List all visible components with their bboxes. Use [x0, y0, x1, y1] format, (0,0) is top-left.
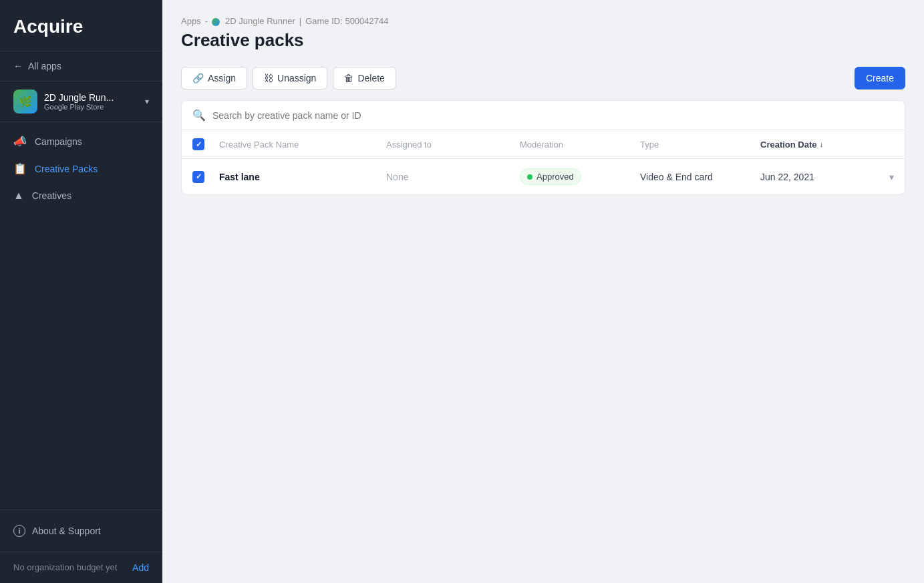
app-selector[interactable]: 🌿 2D Jungle Run... Google Play Store ▾	[0, 81, 162, 122]
header-name: Creative Pack Name	[219, 140, 386, 150]
org-budget-text: No organization budget yet	[13, 562, 117, 574]
approved-label: Approved	[536, 172, 574, 182]
row-assigned-to: None	[386, 172, 520, 182]
header-checkbox[interactable]: ✓	[192, 138, 204, 150]
assign-icon: 🔗	[192, 73, 204, 83]
campaigns-icon: 📣	[13, 135, 27, 148]
sidebar-bottom: i About & Support	[0, 510, 162, 552]
about-support-button[interactable]: i About & Support	[13, 521, 149, 541]
campaigns-label: Campaigns	[35, 136, 82, 147]
sort-desc-icon: ↓	[820, 140, 824, 148]
logo: Acquire	[0, 0, 162, 51]
header-moderation: Moderation	[520, 140, 640, 150]
creative-packs-label: Creative Packs	[35, 164, 98, 174]
sidebar-item-creative-packs[interactable]: 📋 Creative Packs	[0, 155, 162, 182]
main-content: Apps - 2D Jungle Runner | Game ID: 50004…	[162, 0, 924, 583]
breadcrumb-apps: Apps	[181, 16, 201, 26]
main-content-area: Apps - 2D Jungle Runner | Game ID: 50004…	[162, 0, 924, 583]
search-icon: 🔍	[192, 109, 206, 122]
app-name: 2D Jungle Run...	[44, 92, 138, 103]
creatives-icon: ▲	[13, 190, 24, 202]
toolbar: 🔗 Assign ⛓ Unassign 🗑 Delete Create	[181, 67, 905, 89]
checkbox-check-icon: ✓	[196, 140, 202, 149]
arrow-left-icon: ←	[13, 61, 23, 71]
row-checkbox-check-icon: ✓	[196, 172, 202, 181]
app-info: 2D Jungle Run... Google Play Store	[44, 92, 138, 111]
sidebar-item-campaigns[interactable]: 📣 Campaigns	[0, 128, 162, 155]
sidebar-item-creatives[interactable]: ▲ Creatives	[0, 182, 162, 209]
sidebar: Acquire ← All apps 🌿 2D Jungle Run... Go…	[0, 0, 162, 583]
table-row: ✓ Fast lane None Approved Video & End ca…	[182, 159, 905, 194]
breadcrumb-app-icon	[212, 16, 221, 26]
sidebar-nav: 📣 Campaigns 📋 Creative Packs ▲ Creatives	[0, 122, 162, 510]
creation-date-value: Jun 22, 2021	[760, 172, 814, 182]
about-support-label: About & Support	[32, 526, 101, 536]
row-creation-date: Jun 22, 2021 ▾	[760, 172, 894, 182]
row-checkbox-cell: ✓	[192, 171, 219, 183]
assign-button[interactable]: 🔗 Assign	[181, 67, 247, 89]
approved-dot-icon	[527, 174, 532, 180]
all-apps-label: All apps	[28, 61, 61, 71]
table-header: ✓ Creative Pack Name Assigned to Moderat…	[182, 130, 905, 159]
search-table-wrapper: 🔍 ✓ Creative Pack Name Assigned to Moder…	[181, 100, 905, 195]
unassign-label: Unassign	[277, 73, 316, 83]
assign-label: Assign	[208, 73, 236, 83]
delete-button[interactable]: 🗑 Delete	[333, 67, 396, 89]
unassign-icon: ⛓	[264, 73, 273, 83]
create-button[interactable]: Create	[855, 67, 905, 89]
creative-packs-icon: 📋	[13, 162, 27, 175]
delete-label: Delete	[357, 73, 384, 83]
unassign-button[interactable]: ⛓ Unassign	[253, 67, 327, 89]
status-badge: Approved	[520, 168, 581, 185]
create-label: Create	[866, 73, 894, 83]
creation-date-label: Creation Date	[760, 140, 817, 150]
search-input[interactable]	[212, 110, 894, 121]
org-budget-section: No organization budget yet Add	[0, 552, 162, 583]
breadcrumb: Apps - 2D Jungle Runner | Game ID: 50004…	[181, 16, 905, 26]
row-expand-icon[interactable]: ▾	[889, 172, 894, 182]
all-apps-button[interactable]: ← All apps	[0, 51, 162, 81]
breadcrumb-app-name: 2D Jungle Runner	[225, 16, 295, 26]
breadcrumb-game-id: Game ID: 500042744	[305, 16, 388, 26]
row-type: Video & End card	[640, 172, 760, 182]
search-bar: 🔍	[182, 101, 905, 130]
page-title: Creative packs	[181, 30, 905, 51]
breadcrumb-separator: -	[205, 16, 208, 26]
breadcrumb-pipe: |	[299, 16, 301, 26]
app-store: Google Play Store	[44, 103, 138, 111]
chevron-down-icon: ▾	[145, 97, 149, 106]
add-budget-button[interactable]: Add	[132, 562, 149, 573]
delete-icon: 🗑	[344, 73, 353, 83]
header-type: Type	[640, 140, 760, 150]
app-icon: 🌿	[13, 89, 37, 114]
row-name: Fast lane	[219, 172, 386, 182]
header-creation-date[interactable]: Creation Date ↓	[760, 140, 894, 150]
creatives-label: Creatives	[32, 190, 71, 201]
row-checkbox[interactable]: ✓	[192, 171, 204, 183]
header-assigned-to: Assigned to	[386, 140, 520, 150]
header-checkbox-cell: ✓	[192, 138, 219, 150]
info-icon: i	[13, 525, 25, 537]
row-moderation-cell: Approved	[520, 168, 640, 185]
